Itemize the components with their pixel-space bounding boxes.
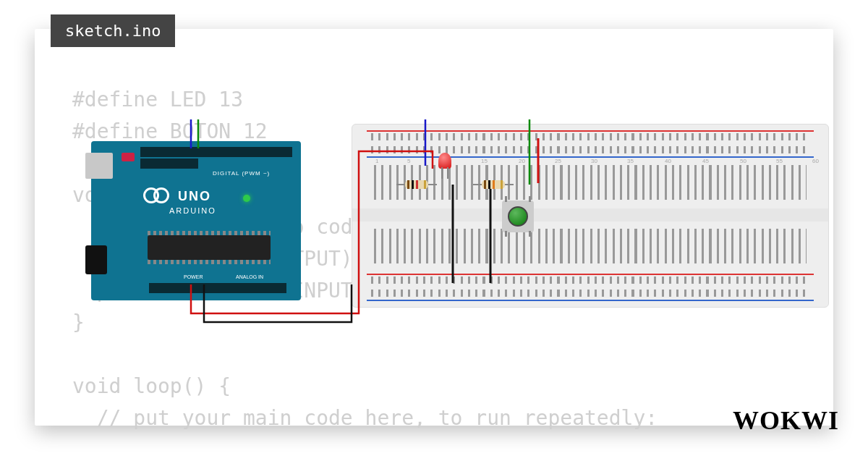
led-cathode [441,167,443,179]
circuit-diagram[interactable]: UNO ARDUINO DIGITAL (PWM ~) ANALOG IN PO… [91,141,829,344]
resistor-body-icon [482,180,505,189]
wire-overlay [91,119,829,337]
button-cap-icon [508,206,528,227]
resistor-body-icon [405,180,428,189]
pushbutton-green[interactable] [502,200,534,232]
led-bulb-icon [438,153,451,169]
preview-card: #define LED 13 #define BOTON 12 void set… [35,29,833,426]
filename-tab[interactable]: sketch.ino [51,14,175,47]
wire-d13-led[interactable] [191,119,425,166]
wokwi-logo: WOKWI [733,405,839,436]
wire-gnd[interactable] [204,284,352,322]
button-base-icon [502,200,534,232]
resistor-1[interactable] [398,180,435,189]
wire-5v[interactable] [191,151,433,313]
led-anode [447,167,448,179]
led-red[interactable] [438,153,451,169]
filename-label: sketch.ino [65,22,161,40]
resistor-2[interactable] [475,180,512,189]
